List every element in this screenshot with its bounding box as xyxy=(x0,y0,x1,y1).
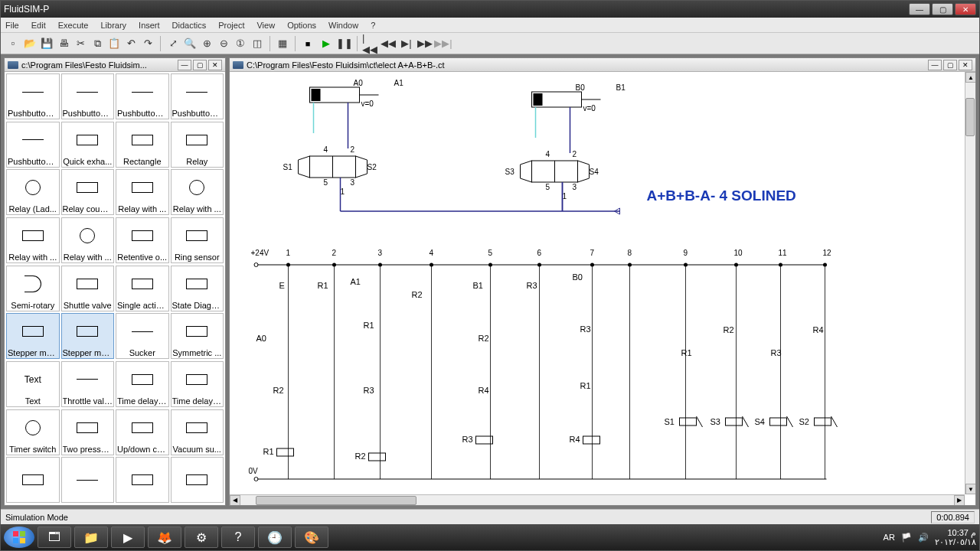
palette-item[interactable]: Ring sensor xyxy=(171,217,224,263)
menu-[interactable]: ? xyxy=(371,21,375,30)
palette-item[interactable]: Relay with ... xyxy=(61,217,115,263)
palette-item[interactable]: Two pressur... xyxy=(61,409,115,455)
palette-item[interactable]: Pushbutton ... xyxy=(171,73,224,119)
pane-min-button[interactable]: — xyxy=(178,60,191,70)
zoom-area-icon[interactable]: 🔍 xyxy=(182,36,198,51)
copy-icon[interactable]: ⧉ xyxy=(90,36,105,51)
menu-options[interactable]: Options xyxy=(287,21,316,30)
schematic-canvas[interactable]: A0 A1 v=0 S1 S2 4 xyxy=(230,72,975,505)
menu-edit[interactable]: Edit xyxy=(31,21,46,30)
media-player-icon[interactable]: ▶ xyxy=(111,527,145,548)
component-palette[interactable]: Pushbutton ...Pushbutton ...Pushbutton .… xyxy=(5,72,225,505)
cut-icon[interactable]: ✂ xyxy=(73,36,88,51)
horizontal-scrollbar[interactable]: ◀▶ xyxy=(230,494,965,505)
palette-item[interactable]: State Diagram xyxy=(171,266,224,311)
library-pane-titlebar[interactable]: c:\Program Files\Festo Fluidsim... — ▢ ✕ xyxy=(5,58,225,72)
undo-icon[interactable]: ↶ xyxy=(123,36,139,51)
pane-max-button[interactable]: ▢ xyxy=(193,60,207,70)
palette-item[interactable]: Shuttle valve xyxy=(61,266,115,311)
close-button[interactable]: ✕ xyxy=(955,3,976,15)
palette-item[interactable]: Time delay ... xyxy=(116,361,169,407)
folder-icon[interactable]: 📁 xyxy=(74,527,108,548)
sim-fwd-button[interactable]: ▶▶ xyxy=(417,36,433,51)
palette-item[interactable]: Up/down co... xyxy=(116,409,169,455)
redo-icon[interactable]: ↷ xyxy=(140,36,155,51)
save-icon[interactable]: 💾 xyxy=(39,36,54,51)
palette-item[interactable] xyxy=(6,457,60,503)
palette-item[interactable]: Relay counter xyxy=(61,169,115,215)
fluidsim-icon[interactable]: ⚙ xyxy=(185,527,218,548)
palette-item[interactable]: Rectangle xyxy=(116,122,169,168)
menu-view[interactable]: View xyxy=(256,21,275,30)
zoom-fit-icon[interactable]: ⤢ xyxy=(165,36,181,51)
zoom-out-icon[interactable]: ⊖ xyxy=(216,36,231,51)
menu-project[interactable]: Project xyxy=(218,21,244,30)
palette-item[interactable]: Pushbutton ... xyxy=(6,122,60,168)
palette-item[interactable]: Pushbutton ... xyxy=(61,73,115,119)
valve-b[interactable]: S3 S4 4 2 5 3 1 xyxy=(505,150,599,211)
palette-item[interactable]: Time delay ... xyxy=(171,361,224,407)
open-icon[interactable]: 📂 xyxy=(22,36,38,51)
palette-item[interactable]: Stepper mo... xyxy=(6,313,60,359)
menu-insert[interactable]: Insert xyxy=(139,21,160,30)
vertical-scrollbar[interactable]: ▲▼ xyxy=(965,72,975,494)
palette-item[interactable]: Pushbutton ... xyxy=(116,73,169,119)
palette-item[interactable]: Retentive o... xyxy=(116,217,169,263)
palette-item[interactable]: Single actin... xyxy=(116,266,169,311)
palette-item[interactable] xyxy=(116,457,169,503)
pane-max-button[interactable]: ▢ xyxy=(943,60,957,70)
palette-item[interactable]: Sucker xyxy=(116,313,169,359)
help-icon[interactable]: ? xyxy=(221,527,255,548)
canvas-area[interactable]: A0 A1 v=0 S1 S2 4 xyxy=(230,72,975,505)
tray-lang-indicator[interactable]: AR xyxy=(884,533,895,542)
minimize-button[interactable]: — xyxy=(909,3,930,15)
valve-a[interactable]: S1 S2 4 2 5 3 1 xyxy=(283,145,377,211)
sim-last-button[interactable]: ▶▶| xyxy=(436,36,451,51)
sim-first-button[interactable]: |◀◀ xyxy=(362,36,377,51)
ladder-components[interactable]: E A0 R1 R2 R1 A1 R1 R3 R2 xyxy=(256,272,838,461)
palette-item[interactable]: Relay with ... xyxy=(171,169,224,215)
grid-toggle-button[interactable]: ▦ xyxy=(275,36,290,51)
palette-item[interactable]: Relay (Lad... xyxy=(6,169,60,215)
palette-item[interactable]: TextText xyxy=(6,361,60,407)
palette-item[interactable]: Stepper mo... xyxy=(61,313,115,359)
maximize-button[interactable]: ▢ xyxy=(932,3,953,15)
cylinder-b[interactable]: B0 B1 v=0 xyxy=(532,83,626,153)
start-button[interactable] xyxy=(4,527,34,548)
explorer-icon[interactable]: 🗔 xyxy=(38,527,71,548)
menu-file[interactable]: File xyxy=(5,21,19,30)
menu-execute[interactable]: Execute xyxy=(58,21,89,30)
zoom-sel-icon[interactable]: ◫ xyxy=(250,36,265,51)
palette-item[interactable]: Semi-rotary xyxy=(6,266,60,311)
schematic-svg[interactable]: A0 A1 v=0 S1 S2 4 xyxy=(230,72,975,489)
title-bar[interactable]: FluidSIM-P — ▢ ✕ xyxy=(1,1,979,18)
menu-window[interactable]: Window xyxy=(328,21,358,30)
play-button[interactable]: ▶ xyxy=(318,36,334,51)
sim-back-button[interactable]: ◀◀ xyxy=(381,36,396,51)
circuit-pane-titlebar[interactable]: C:\Program Files\Festo Fluidsim\ct\elect… xyxy=(230,58,975,72)
paste-icon[interactable]: 📋 xyxy=(106,36,122,51)
cylinder-a[interactable]: A0 A1 v=0 xyxy=(310,79,404,148)
menu-library[interactable]: Library xyxy=(100,21,126,30)
zoom-1-icon[interactable]: ① xyxy=(233,36,248,51)
system-tray[interactable]: AR 🏳️ 🔊 10:37 م ٢٠١٢/٠٥/١٨ xyxy=(884,528,976,546)
print-icon[interactable]: 🖶 xyxy=(56,36,71,51)
menu-didactics[interactable]: Didactics xyxy=(172,21,207,30)
zoom-in-icon[interactable]: ⊕ xyxy=(199,36,214,51)
clock-icon[interactable]: 🕘 xyxy=(258,527,292,548)
sim-step-button[interactable]: ▶| xyxy=(399,36,414,51)
palette-item[interactable]: Timer switch xyxy=(6,409,60,455)
windows-taskbar[interactable]: 🗔📁▶🦊⚙?🕘🎨 AR 🏳️ 🔊 10:37 م ٢٠١٢/٠٥/١٨ xyxy=(1,524,979,550)
palette-item[interactable]: Quick exha... xyxy=(61,122,115,168)
pane-close-button[interactable]: ✕ xyxy=(208,60,222,70)
new-file-icon[interactable]: ▫ xyxy=(5,36,21,51)
palette-item[interactable]: Throttle valve xyxy=(61,361,115,407)
pane-close-button[interactable]: ✕ xyxy=(959,60,972,70)
palette-item[interactable]: Symmetric ... xyxy=(171,313,224,359)
tray-volume-icon[interactable]: 🔊 xyxy=(918,533,929,543)
palette-item[interactable]: Vacuum su... xyxy=(171,409,224,455)
palette-item[interactable] xyxy=(171,457,224,503)
palette-item[interactable]: Relay xyxy=(171,122,224,168)
ladder-rungs[interactable]: 123456789101112 xyxy=(286,249,832,479)
paint-icon[interactable]: 🎨 xyxy=(295,527,328,548)
